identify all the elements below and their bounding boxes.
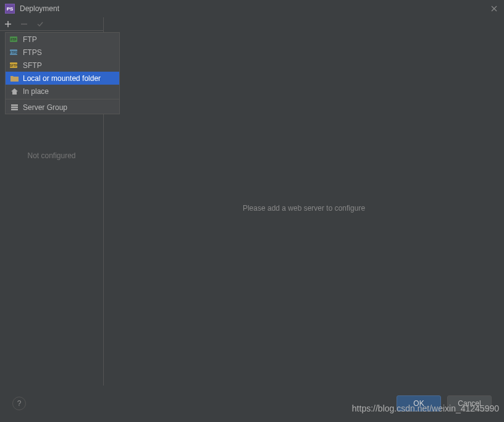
menu-separator: [6, 99, 119, 99]
content-panel: Please add a web server to configure: [104, 31, 504, 386]
window-title: Deployment: [20, 4, 489, 13]
menu-item-label: SFTP: [23, 61, 42, 70]
menu-item-local-folder[interactable]: Local or mounted folder: [6, 72, 119, 85]
help-icon: ?: [17, 399, 22, 408]
plus-icon: [4, 20, 12, 28]
app-icon: PS: [5, 4, 15, 14]
help-button[interactable]: ?: [12, 397, 26, 410]
svg-text:SFTP: SFTP: [10, 64, 18, 67]
menu-item-label: FTPS: [23, 48, 42, 57]
menu-item-ftp[interactable]: FTP FTP: [6, 33, 119, 46]
remove-button[interactable]: [20, 20, 28, 28]
menu-item-label: FTP: [23, 35, 37, 44]
app-icon-badge: PS: [7, 6, 14, 12]
menu-item-ftps[interactable]: FTPS FTPS: [6, 46, 119, 59]
ok-button-label: OK: [413, 399, 424, 408]
dialog-footer: ? OK Cancel: [0, 386, 504, 421]
minus-icon: [20, 20, 28, 28]
home-icon: [9, 87, 19, 96]
close-icon: [491, 6, 497, 12]
titlebar: PS Deployment: [0, 0, 504, 17]
menu-item-label: Server Group: [23, 103, 67, 112]
server-group-icon: [9, 103, 19, 112]
cancel-button-label: Cancel: [458, 399, 481, 408]
svg-rect-13: [11, 109, 18, 111]
content-empty-text: Please add a web server to configure: [243, 204, 365, 213]
ftp-icon: FTP: [9, 35, 19, 44]
add-button[interactable]: [4, 20, 12, 28]
close-button[interactable]: [489, 4, 499, 14]
footer-buttons: OK Cancel: [397, 395, 492, 411]
check-icon: [36, 20, 44, 28]
svg-rect-11: [11, 104, 18, 106]
sftp-icon: SFTP: [9, 61, 19, 70]
svg-text:FTPS: FTPS: [10, 51, 18, 54]
menu-item-label: In place: [23, 87, 49, 96]
menu-item-in-place[interactable]: In place: [6, 85, 119, 98]
server-type-menu: FTP FTP FTPS FTPS SFTP SFTP Local or mou…: [5, 32, 120, 114]
menu-item-sftp[interactable]: SFTP SFTP: [6, 59, 119, 72]
svg-rect-12: [11, 106, 18, 108]
menu-item-server-group[interactable]: Server Group: [6, 101, 119, 114]
set-default-button[interactable]: [36, 20, 44, 28]
ftps-icon: FTPS: [9, 48, 19, 57]
folder-icon: [9, 74, 19, 83]
cancel-button[interactable]: Cancel: [447, 395, 492, 411]
sidebar-toolbar: [0, 17, 104, 31]
menu-item-label: Local or mounted folder: [23, 74, 101, 83]
svg-text:FTP: FTP: [10, 38, 17, 41]
ok-button[interactable]: OK: [397, 395, 441, 411]
